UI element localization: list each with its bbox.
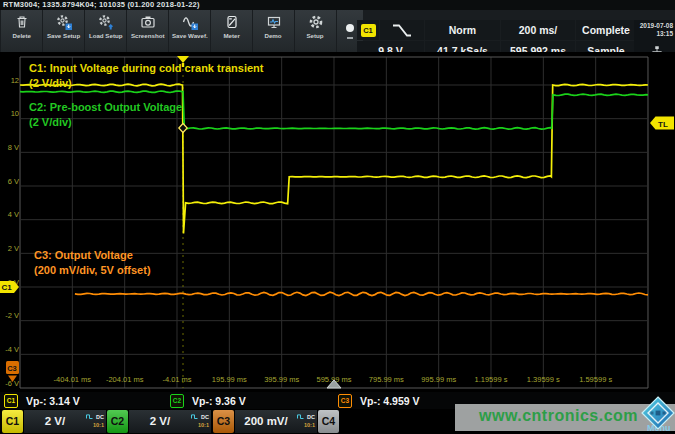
- title-bar: RTM3004; 1335.8794K04; 101035 (01.200 20…: [0, 0, 675, 10]
- save-waveform-icon: [181, 13, 199, 31]
- annotation-line2: (200 mV/div, 5V offset): [34, 263, 151, 278]
- channel-annotation-3: C3: Output Voltage(200 mV/div, 5V offset…: [34, 248, 151, 278]
- y-axis-label: 2 V: [8, 244, 19, 253]
- measurement-c1[interactable]: C1Vp-: 3.14 V: [4, 394, 80, 408]
- falling-edge-icon: [391, 23, 413, 38]
- x-axis-label: 395.99 ms: [264, 375, 299, 384]
- measurement-c2[interactable]: C2Vp-: 9.36 V: [170, 394, 246, 408]
- channel-badge-c1[interactable]: C1: [2, 410, 23, 433]
- x-axis-label: -404.01 ms: [54, 375, 92, 384]
- x-axis-label: -204.01 ms: [106, 375, 144, 384]
- x-axis-label: 1.39599 s: [527, 375, 560, 384]
- svg-text:C1: C1: [2, 283, 13, 292]
- y-axis-label: 10: [11, 109, 19, 118]
- y-axis-label: 8 V: [8, 143, 19, 152]
- acquisition-status-cell[interactable]: Complete: [576, 20, 636, 40]
- toolbar-button-delete[interactable]: Delete: [1, 10, 42, 52]
- annotation-line1: C3: Output Voltage: [34, 248, 151, 263]
- toolbar-button-label: Setup: [307, 32, 324, 39]
- toolbar-button-load-setup[interactable]: Load Setup: [85, 10, 126, 52]
- dc-coupling-icon: [191, 414, 198, 419]
- more-dash: [347, 37, 353, 39]
- channel-annotation-2: C2: Pre-boost Output Voltage(2 V/div): [29, 100, 182, 130]
- time-label: 13:15: [634, 30, 673, 38]
- toolbar-buttons: DeleteSave SetupLoad SetupScreenshotSave…: [1, 10, 365, 52]
- annotation-line1: C2: Pre-boost Output Voltage: [29, 100, 182, 115]
- more-dots-icon: [346, 24, 354, 32]
- toolbar-button-label: Delete: [12, 32, 31, 39]
- toolbar-button-label: Save Setup: [47, 32, 80, 39]
- rohde-schwarz-logo: [641, 396, 675, 434]
- timebase-cell[interactable]: 200 ms/: [501, 20, 575, 40]
- trace-c3: [75, 292, 648, 295]
- watermark-text: www.cntronics.com: [479, 407, 638, 425]
- date-label: 2019-07-08: [634, 22, 673, 30]
- y-axis-label: 4 V: [8, 210, 19, 219]
- probe-coupling-info: DC10:1: [297, 412, 315, 428]
- save-setup-icon: [55, 13, 73, 31]
- y-axis-label: 6 V: [8, 177, 19, 186]
- demo-icon: [265, 13, 283, 31]
- channel-scale-cell-c2[interactable]: 2 V/ DC10:1: [129, 410, 211, 433]
- measurement-channel-badge: C1: [4, 394, 18, 408]
- meter-icon: [223, 13, 241, 31]
- gear-icon: [307, 13, 325, 31]
- trash-icon: [13, 13, 31, 31]
- x-axis-label: 1.19599 s: [475, 375, 508, 384]
- channel-scale-cell-c3[interactable]: 200 mV/ DC10:1: [235, 410, 317, 433]
- x-axis-label: 1.59599 s: [579, 375, 612, 384]
- x-axis-label: 995.99 ms: [421, 375, 456, 384]
- channel-scale-value: 2 V/: [24, 410, 86, 433]
- channel-scale-cell-c1[interactable]: 2 V/ DC10:1: [24, 410, 106, 433]
- probe-coupling-info: DC10:1: [191, 412, 209, 428]
- annotation-line1: C1: Input Voltage during cold crank tran…: [29, 61, 264, 76]
- channel-badge-c3[interactable]: C3: [213, 410, 234, 433]
- measurement-value: Vp-: 3.14 V: [26, 395, 80, 407]
- trigger-slope-cell[interactable]: [380, 20, 424, 40]
- channel-annotation-1: C1: Input Voltage during cold crank tran…: [29, 61, 264, 91]
- x-axis-label: 795.99 ms: [369, 375, 404, 384]
- svg-text:C3: C3: [7, 364, 17, 373]
- toolbar-button-meter[interactable]: Meter: [211, 10, 252, 52]
- channel-badge-c2[interactable]: C2: [107, 410, 128, 433]
- annotation-line2: (2 V/div): [29, 76, 264, 91]
- channel-scale-value: 200 mV/: [235, 410, 297, 433]
- measurement-value: Vp-: 9.36 V: [192, 395, 246, 407]
- channel-scale-value: 2 V/: [129, 410, 191, 433]
- toolbar-button-setup[interactable]: Setup: [295, 10, 336, 52]
- toolbar-button-save-wavef[interactable]: Save Wavef.: [169, 10, 210, 52]
- toolbar-button-label: Save Wavef.: [172, 32, 208, 39]
- probe-coupling-info: DC10:1: [86, 412, 104, 428]
- trigger-source-badge: C1: [361, 24, 376, 37]
- y-axis-label: 12: [11, 76, 19, 85]
- measurement-channel-badge: C2: [170, 394, 184, 408]
- trigger-mode-cell[interactable]: Norm: [425, 20, 500, 40]
- x-axis-label: 195.99 ms: [212, 375, 247, 384]
- y-axis-label: -4 V: [5, 345, 19, 354]
- measurement-value: Vp-: 4.959 V: [360, 395, 420, 407]
- measurement-c3[interactable]: C3Vp-: 4.959 V: [338, 394, 420, 408]
- trigger-source-cell[interactable]: C1: [357, 20, 379, 40]
- toolbar-button-label: Demo: [265, 32, 282, 39]
- toolbar-button-demo[interactable]: Demo: [253, 10, 294, 52]
- dc-coupling-icon: [86, 414, 93, 419]
- toolbar-button-label: Load Setup: [89, 32, 123, 39]
- device-title: RTM3004; 1335.8794K04; 101035 (01.200 20…: [3, 0, 200, 9]
- toolbar-button-label: Meter: [223, 32, 239, 39]
- x-axis-label: -4.01 ms: [162, 375, 191, 384]
- waveform-display[interactable]: 12108 V6 V4 V2 V0 V-2 V-4 V-6 V-404.01 m…: [0, 52, 675, 392]
- measurement-channel-badge: C3: [338, 394, 352, 408]
- annotation-line2: (2 V/div): [29, 115, 182, 130]
- dc-coupling-icon: [297, 414, 304, 419]
- load-setup-icon: [97, 13, 115, 31]
- y-axis-label: -2 V: [5, 311, 19, 320]
- channel-badge-c4[interactable]: C4: [318, 410, 339, 433]
- camera-icon: [139, 13, 157, 31]
- toolbar-button-screenshot[interactable]: Screenshot: [127, 10, 168, 52]
- svg-text:TL: TL: [658, 120, 668, 129]
- toolbar-button-label: Screenshot: [131, 32, 165, 39]
- toolbar: DeleteSave SetupLoad SetupScreenshotSave…: [0, 10, 675, 52]
- toolbar-button-save-setup[interactable]: Save Setup: [43, 10, 84, 52]
